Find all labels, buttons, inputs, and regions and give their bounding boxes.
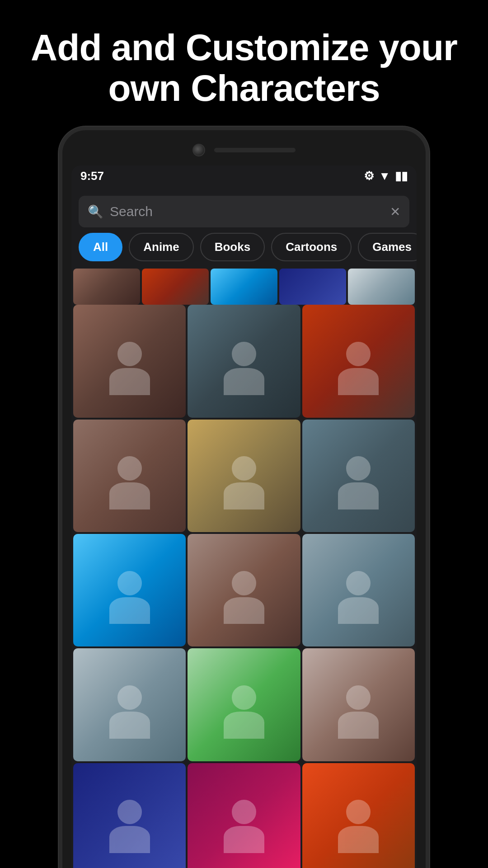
character-silhouette (96, 327, 164, 395)
character-silhouette (96, 557, 164, 624)
silhouette-head (117, 800, 142, 824)
status-icons: ⚙ ▼ ▮▮ (364, 169, 408, 183)
chip-anime[interactable]: Anime (129, 233, 193, 261)
character-cell[interactable] (188, 534, 300, 646)
silhouette-head (232, 800, 256, 824)
silhouette-body (109, 826, 150, 853)
chip-cartoons[interactable]: Cartoons (271, 233, 352, 261)
character-silhouette (210, 442, 278, 510)
chip-books[interactable]: Books (200, 233, 265, 261)
top-cell[interactable] (279, 269, 346, 305)
silhouette-body (224, 368, 264, 395)
character-silhouette (325, 671, 393, 739)
silhouette-body (109, 368, 150, 395)
character-cell[interactable] (73, 763, 186, 868)
settings-icon: ⚙ (364, 169, 374, 183)
silhouette-head (232, 456, 256, 481)
silhouette-body (338, 597, 379, 624)
silhouette-head (346, 342, 371, 366)
character-silhouette (210, 671, 278, 739)
character-image (73, 305, 186, 417)
character-cell[interactable] (188, 763, 300, 868)
character-image (73, 420, 186, 532)
hero-section: Add and Customize your own Characters (0, 0, 488, 127)
chip-games[interactable]: Games (358, 233, 417, 261)
phone-speaker (214, 148, 296, 152)
character-cell[interactable] (73, 534, 186, 646)
category-chips-row: AllAnimeBooksCartoonsGamesHistoricMovies (71, 233, 417, 269)
silhouette-body (338, 826, 379, 853)
character-grid (71, 305, 417, 868)
character-image (302, 420, 415, 532)
phone-bezel: 9:57 ⚙ ▼ ▮▮ 🔍 Search ✕ AllAnimeBooksCart… (59, 127, 429, 868)
silhouette-head (232, 571, 256, 595)
character-cell[interactable] (302, 420, 415, 532)
character-image (188, 420, 300, 532)
silhouette-head (346, 685, 371, 710)
character-image (73, 534, 186, 646)
top-cell[interactable] (142, 269, 209, 305)
character-cell[interactable] (188, 305, 300, 417)
hero-title: Add and Customize your own Characters (18, 27, 470, 108)
top-cell[interactable] (348, 269, 415, 305)
search-clear-icon[interactable]: ✕ (390, 204, 400, 219)
character-image (302, 305, 415, 417)
character-image (73, 648, 186, 761)
silhouette-head (232, 685, 256, 710)
app-screen: 9:57 ⚙ ▼ ▮▮ 🔍 Search ✕ AllAnimeBooksCart… (71, 165, 417, 868)
search-icon: 🔍 (88, 204, 103, 219)
status-bar: 9:57 ⚙ ▼ ▮▮ (71, 165, 417, 189)
character-cell[interactable] (302, 763, 415, 868)
silhouette-body (224, 712, 264, 739)
character-silhouette (210, 557, 278, 624)
character-cell[interactable] (188, 648, 300, 761)
signal-icon: ▮▮ (395, 169, 408, 183)
silhouette-head (232, 342, 256, 366)
character-cell[interactable] (188, 420, 300, 532)
character-silhouette (210, 786, 278, 854)
silhouette-head (117, 571, 142, 595)
silhouette-head (346, 456, 371, 481)
character-silhouette (325, 327, 393, 395)
chip-all[interactable]: All (79, 233, 122, 261)
character-image (302, 763, 415, 868)
silhouette-body (338, 368, 379, 395)
character-cell[interactable] (73, 648, 186, 761)
character-silhouette (325, 786, 393, 854)
character-silhouette (325, 557, 393, 624)
wifi-icon: ▼ (379, 169, 390, 183)
character-image (188, 648, 300, 761)
silhouette-body (109, 482, 150, 509)
character-image (302, 534, 415, 646)
search-input[interactable]: Search (110, 204, 384, 219)
silhouette-body (224, 482, 264, 509)
top-cell[interactable] (73, 269, 140, 305)
silhouette-body (338, 712, 379, 739)
character-silhouette (325, 442, 393, 510)
silhouette-body (109, 712, 150, 739)
silhouette-head (117, 685, 142, 710)
character-image (188, 763, 300, 868)
character-silhouette (96, 786, 164, 854)
status-time: 9:57 (80, 169, 104, 183)
character-silhouette (210, 327, 278, 395)
character-cell[interactable] (302, 305, 415, 417)
character-cell[interactable] (302, 648, 415, 761)
character-image (73, 763, 186, 868)
phone-camera-bar (71, 144, 417, 156)
silhouette-head (117, 342, 142, 366)
top-cell[interactable] (211, 269, 277, 305)
character-cell[interactable] (73, 420, 186, 532)
silhouette-body (338, 482, 379, 509)
character-image (302, 648, 415, 761)
top-row-images (71, 269, 417, 305)
character-image (188, 305, 300, 417)
search-bar[interactable]: 🔍 Search ✕ (79, 196, 409, 227)
character-silhouette (96, 442, 164, 510)
silhouette-body (109, 597, 150, 624)
silhouette-head (346, 571, 371, 595)
silhouette-head (346, 800, 371, 824)
character-cell[interactable] (302, 534, 415, 646)
character-image (188, 534, 300, 646)
character-cell[interactable] (73, 305, 186, 417)
